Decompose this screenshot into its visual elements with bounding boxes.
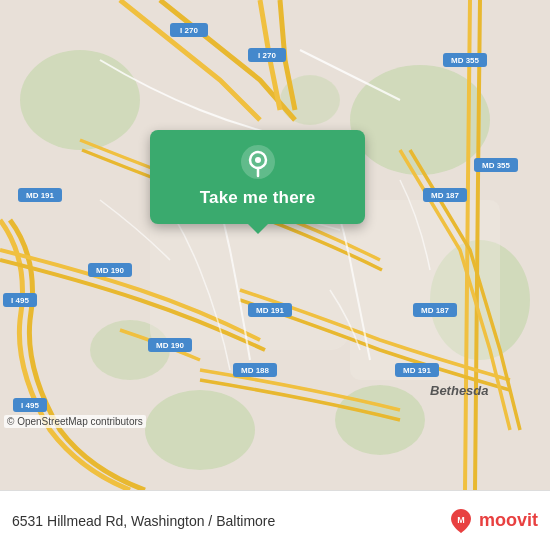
svg-text:MD 190: MD 190	[96, 266, 125, 275]
svg-text:M: M	[457, 515, 465, 525]
location-popup[interactable]: Take me there	[150, 130, 365, 224]
svg-point-1	[20, 50, 140, 150]
moovit-logo: M moovit	[447, 507, 538, 535]
moovit-brand-icon: M	[447, 507, 475, 535]
svg-text:MD 190: MD 190	[156, 341, 185, 350]
svg-point-5	[145, 390, 255, 470]
svg-text:MD 187: MD 187	[431, 191, 460, 200]
bottom-bar: 6531 Hillmead Rd, Washington / Baltimore…	[0, 490, 550, 550]
svg-text:I 270: I 270	[180, 26, 198, 35]
svg-text:MD 191: MD 191	[403, 366, 432, 375]
svg-text:MD 355: MD 355	[451, 56, 480, 65]
address-label: 6531 Hillmead Rd, Washington / Baltimore	[12, 513, 447, 529]
take-me-there-label: Take me there	[200, 188, 316, 208]
svg-text:I 495: I 495	[21, 401, 39, 410]
moovit-text-label: moovit	[479, 510, 538, 531]
svg-point-4	[335, 385, 425, 455]
map-view: I 270 I 270 MD 355 MD 355 MD 191 MD 191 …	[0, 0, 550, 490]
osm-credit: © OpenStreetMap contributors	[4, 415, 146, 428]
svg-text:MD 188: MD 188	[241, 366, 270, 375]
svg-text:MD 187: MD 187	[421, 306, 450, 315]
svg-text:I 270: I 270	[258, 51, 276, 60]
svg-text:MD 191: MD 191	[256, 306, 285, 315]
svg-text:I 495: I 495	[11, 296, 29, 305]
location-pin-icon	[240, 144, 276, 180]
svg-text:MD 191: MD 191	[26, 191, 55, 200]
svg-point-43	[255, 157, 261, 163]
svg-text:MD 355: MD 355	[482, 161, 511, 170]
svg-text:Bethesda: Bethesda	[430, 383, 489, 398]
